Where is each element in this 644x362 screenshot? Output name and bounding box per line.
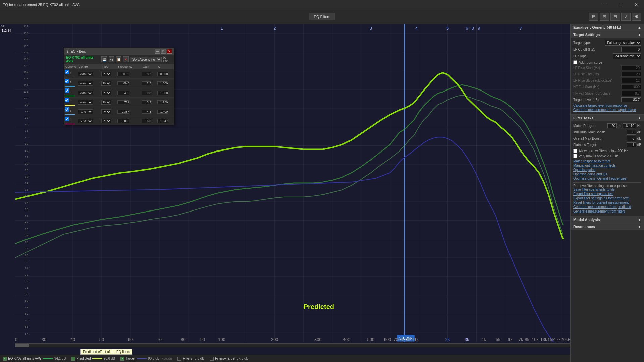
filter-q-input[interactable] xyxy=(157,110,168,114)
target-settings-header[interactable]: Target Settings ▲ xyxy=(571,31,644,38)
grid2-icon-btn[interactable]: ⊟ xyxy=(610,13,620,21)
export-text-link[interactable]: Export filter settings as text xyxy=(573,192,641,196)
filter-enabled-check[interactable] xyxy=(65,79,69,83)
ind-max-boost-input[interactable] xyxy=(627,130,636,135)
filter-type-select[interactable]: PK xyxy=(101,72,111,76)
filter-freq-input[interactable] xyxy=(117,91,129,95)
filter-type-select[interactable]: PK xyxy=(101,90,111,95)
filter-q-input[interactable] xyxy=(157,81,168,85)
target-level-input[interactable] xyxy=(621,97,641,102)
manual-opt-link[interactable]: Manual optimisation controls xyxy=(573,164,641,167)
filter-type-select[interactable]: PK xyxy=(101,109,111,114)
settings-icon-btn[interactable]: ⚙ xyxy=(632,13,641,21)
gen-measurement-link[interactable]: Generate measurement from target shape xyxy=(573,108,641,112)
lf-rise-start-input[interactable] xyxy=(621,65,641,70)
lf-slope-select[interactable]: 24 dB/octave xyxy=(613,53,641,59)
vary-max-q-check[interactable] xyxy=(573,154,577,158)
close-btn[interactable]: ✕ xyxy=(629,0,644,9)
lf-cutoff-input[interactable] xyxy=(621,47,641,52)
calc-target-link[interactable]: Calculate target level from response xyxy=(573,104,641,107)
filter-tasks-header[interactable]: Filter Tasks ▲ xyxy=(571,115,644,121)
filter-gain-input[interactable] xyxy=(142,100,151,104)
filter-gain-input[interactable] xyxy=(142,110,151,114)
filter-freq-input[interactable] xyxy=(117,100,129,104)
gen-from-filters-link[interactable]: Generate measurement from filters xyxy=(573,209,641,213)
optimise-gains-link[interactable]: Optimise gains xyxy=(573,168,641,172)
hf-fall-slope-input[interactable] xyxy=(621,91,641,96)
minimize-btn[interactable]: — xyxy=(598,0,613,9)
filter-gain-input[interactable] xyxy=(142,119,151,123)
filter-type-cell: PK xyxy=(101,98,117,107)
filter-type-select[interactable]: PK xyxy=(101,81,111,86)
filter-q-input[interactable] xyxy=(157,100,168,104)
flatness-input[interactable] xyxy=(627,142,636,147)
monitor-icon-btn[interactable]: ⊞ xyxy=(589,13,598,21)
filter-enabled-check[interactable] xyxy=(65,70,69,74)
match-response-link[interactable]: Match response to target xyxy=(573,159,641,163)
maximize-btn[interactable]: □ xyxy=(613,0,629,9)
optimise-gains-qs-link[interactable]: Optimise gains and Qs xyxy=(573,172,641,176)
filter-type-select[interactable]: PK xyxy=(101,100,111,105)
filter-control-select[interactable]: Manual xyxy=(78,72,93,76)
reset-filters-link[interactable]: Reset filters for current measurement xyxy=(573,201,641,204)
filter-enabled-check[interactable] xyxy=(65,98,69,102)
filter-freq-input[interactable] xyxy=(117,72,129,76)
filter-q-input[interactable] xyxy=(157,72,168,76)
hf-fall-start-input[interactable] xyxy=(621,84,641,89)
svg-text:8: 8 xyxy=(472,26,474,31)
filter-control-select[interactable]: Auto xyxy=(78,109,93,114)
add-room-curve-check[interactable] xyxy=(573,60,577,64)
filter-gain-input[interactable] xyxy=(142,72,151,76)
filter-control-select[interactable]: Manual xyxy=(78,100,93,105)
filter-enabled-check[interactable] xyxy=(65,88,69,93)
export-formatted-link[interactable]: Export filter settings as formatted text xyxy=(573,196,641,200)
optimise-all-link[interactable]: Optimise gains, Qs and frequencies xyxy=(573,177,641,180)
filters-check[interactable] xyxy=(177,357,181,361)
filter-freq-input[interactable] xyxy=(117,110,129,114)
eq-win-minimize[interactable]: — xyxy=(155,49,160,54)
filter-gain-input[interactable] xyxy=(142,81,151,85)
eq-save-btn[interactable]: 💾 xyxy=(101,56,107,62)
lf-rise-slope-input[interactable] xyxy=(621,78,641,83)
equaliser-header[interactable]: Equaliser: Generic (48 kHz) ▲ xyxy=(571,24,644,31)
grid-icon-btn[interactable]: ⊟ xyxy=(600,13,609,21)
overall-max-boost-input[interactable] xyxy=(627,136,636,141)
eq-prev-btn[interactable]: ⏮ xyxy=(109,56,114,62)
eq-sort-select[interactable]: Sort Ascending xyxy=(130,57,162,62)
filters-target-check[interactable] xyxy=(210,357,214,361)
eq-delete-btn[interactable]: ✕ xyxy=(123,56,128,62)
predicted-check[interactable]: ✓ xyxy=(71,357,75,361)
eq-k702-check[interactable]: ✓ xyxy=(3,357,7,361)
move-icon-btn[interactable]: ⤢ xyxy=(621,13,631,21)
match-range-from-input[interactable] xyxy=(607,123,617,128)
match-range-to-input[interactable] xyxy=(623,123,636,128)
filter-q-input[interactable] xyxy=(157,119,168,123)
filter-gain-cell xyxy=(141,88,157,98)
target-check[interactable]: ✓ xyxy=(120,357,124,361)
filter-control-select[interactable]: Manual xyxy=(78,81,93,86)
filter-enabled-check[interactable] xyxy=(65,117,69,121)
resonances-header[interactable]: Resonances ▼ xyxy=(571,223,644,230)
modal-analysis-header[interactable]: Modal Analysis ▼ xyxy=(571,216,644,223)
allow-narrow-check[interactable] xyxy=(573,149,577,153)
filter-gain-input[interactable] xyxy=(142,91,151,95)
eq-win-close[interactable]: ✕ xyxy=(167,49,172,54)
filter-control-select[interactable]: Auto xyxy=(78,119,93,123)
filter-freq-input[interactable] xyxy=(117,119,129,123)
filter-type-select[interactable]: PK xyxy=(101,119,111,123)
filter-control-select[interactable]: Manual xyxy=(78,90,93,95)
gen-from-predicted-link[interactable]: Generate measurement from predicted xyxy=(573,205,641,209)
save-coeffs-link[interactable]: Save filter coefficients to file xyxy=(573,188,641,191)
filter-freq-input[interactable] xyxy=(117,81,129,85)
filter-q-input[interactable] xyxy=(157,91,168,95)
lf-rise-end-input[interactable] xyxy=(621,72,641,77)
eq-filters-btn[interactable]: EQ Filters xyxy=(310,13,335,20)
eq-copy-btn[interactable]: 📋 xyxy=(116,56,121,62)
filter-enabled-check[interactable] xyxy=(65,107,69,112)
h-scrollbar[interactable] xyxy=(15,343,570,347)
h-scrollbar-thumb[interactable] xyxy=(15,344,29,347)
filter-tasks-section: Filter Tasks ▲ Match Range: to Hz Indivi… xyxy=(571,115,644,216)
eq-win-maximize[interactable]: □ xyxy=(161,49,166,54)
target-type-select[interactable]: Full range speaker xyxy=(605,40,641,46)
eq-filters-titlebar[interactable]: 🎚 EQ Filters — □ ✕ xyxy=(64,48,174,55)
